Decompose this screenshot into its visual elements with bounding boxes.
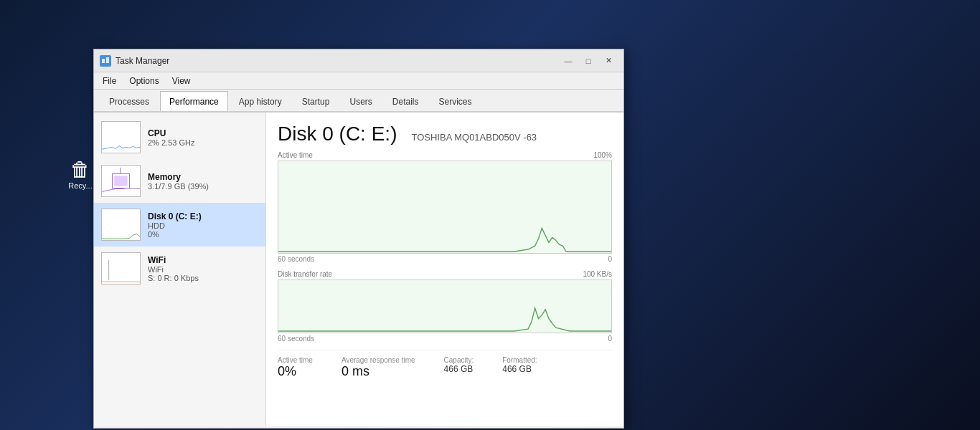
stat-capacity-label: Capacity: [444, 356, 474, 364]
tab-app-history[interactable]: App history [230, 91, 291, 111]
stat-formatted: Formatted: 466 GB [502, 356, 537, 379]
active-time-left: 60 seconds [278, 255, 314, 263]
active-time-section: Active time 100% [278, 151, 612, 263]
memory-sub: 3.1/7.9 GB (39%) [148, 182, 258, 191]
app-icon [100, 55, 111, 67]
sidebar: CPU 2% 2.53 GHz [94, 113, 266, 426]
disk-sub2: 0% [148, 230, 258, 239]
sidebar-item-disk[interactable]: Disk 0 (C: E:) HDD 0% [94, 203, 265, 247]
cpu-thumbnail [101, 121, 141, 153]
tab-details[interactable]: Details [383, 91, 428, 111]
main-content: CPU 2% 2.53 GHz [94, 113, 623, 426]
cpu-title: CPU [148, 128, 258, 138]
close-button[interactable]: ✕ [599, 54, 618, 68]
menu-options[interactable]: Options [123, 73, 164, 89]
stat-capacity: Capacity: 466 GB [444, 356, 474, 379]
stat-response-value: 0 ms [341, 364, 415, 379]
disk-title: Disk 0 (C: E:) [148, 211, 258, 221]
wifi-title: WiFi [148, 255, 258, 265]
wifi-thumbnail [101, 252, 141, 285]
cpu-sub: 2% 2.53 GHz [148, 138, 258, 147]
wifi-sub1: WiFi [148, 265, 258, 274]
sidebar-item-wifi[interactable]: WiFi WiFi S: 0 R: 0 Kbps [94, 247, 265, 290]
active-time-bottom: 60 seconds 0 [278, 255, 612, 263]
tab-users[interactable]: Users [340, 91, 381, 111]
active-time-label: Active time [278, 151, 313, 159]
stat-response-time: Average response time 0 ms [341, 356, 415, 379]
memory-title: Memory [148, 172, 258, 182]
memory-thumbnail [101, 165, 141, 197]
title-bar: Task Manager — □ ✕ [94, 49, 623, 72]
tab-performance[interactable]: Performance [160, 91, 228, 111]
panel-title: Disk 0 (C: E:) [278, 123, 397, 145]
menu-view[interactable]: View [166, 73, 197, 89]
window-title: Task Manager [116, 56, 559, 66]
transfer-right: 0 [608, 335, 612, 343]
cpu-info: CPU 2% 2.53 GHz [148, 128, 258, 147]
transfer-bottom: 60 seconds 0 [278, 335, 612, 343]
stat-active-time: Active time 0% [278, 356, 313, 379]
wifi-sub2: S: 0 R: 0 Kbps [148, 274, 258, 282]
desktop: 🗑 Recy... Task Manager — □ ✕ File Option… [0, 0, 980, 430]
stats-row: Active time 0% Average response time 0 m… [278, 350, 612, 385]
minimize-button[interactable]: — [559, 54, 578, 68]
svg-rect-1 [106, 57, 109, 63]
active-time-max: 100% [593, 151, 612, 159]
sidebar-item-memory[interactable]: Memory 3.1/7.9 GB (39%) [94, 159, 265, 203]
svg-rect-8 [102, 253, 140, 284]
disk-sub1: HDD [148, 221, 258, 230]
svg-rect-7 [102, 209, 140, 240]
tab-startup[interactable]: Startup [293, 91, 339, 111]
stat-active-time-label: Active time [278, 356, 313, 364]
transfer-rate-section: Disk transfer rate 100 KB/s [278, 270, 612, 343]
svg-rect-11 [278, 280, 611, 333]
menu-file[interactable]: File [97, 73, 122, 89]
stat-formatted-value: 466 GB [502, 364, 537, 374]
transfer-left: 60 seconds [278, 335, 314, 343]
panel-device: TOSHIBA MQ01ABD050V -63 [411, 132, 537, 145]
tab-bar: Processes Performance App history Startu… [94, 90, 623, 113]
tab-services[interactable]: Services [430, 91, 481, 111]
active-time-chart [278, 161, 612, 254]
task-manager-window: Task Manager — □ ✕ File Options View Pro… [93, 49, 624, 429]
stat-formatted-label: Formatted: [502, 356, 537, 364]
transfer-max: 100 KB/s [583, 270, 612, 278]
transfer-label-row: Disk transfer rate 100 KB/s [278, 270, 612, 278]
menu-bar: File Options View [94, 72, 623, 90]
active-time-label-row: Active time 100% [278, 151, 612, 159]
transfer-label: Disk transfer rate [278, 270, 332, 278]
disk-info: Disk 0 (C: E:) HDD 0% [148, 211, 258, 239]
wifi-info: WiFi WiFi S: 0 R: 0 Kbps [148, 255, 258, 282]
tab-processes[interactable]: Processes [100, 91, 159, 111]
window-controls: — □ ✕ [559, 54, 618, 68]
transfer-chart [278, 280, 612, 333]
active-time-right: 0 [608, 255, 612, 263]
svg-rect-0 [102, 59, 105, 63]
memory-info: Memory 3.1/7.9 GB (39%) [148, 172, 258, 191]
right-panel: Disk 0 (C: E:) TOSHIBA MQ01ABD050V -63 A… [266, 113, 623, 426]
svg-rect-10 [278, 161, 611, 253]
disk-thumbnail [101, 209, 141, 241]
svg-rect-5 [114, 176, 127, 186]
panel-header: Disk 0 (C: E:) TOSHIBA MQ01ABD050V -63 [278, 123, 612, 145]
stat-active-time-value: 0% [278, 364, 313, 379]
maximize-button[interactable]: □ [579, 54, 598, 68]
sidebar-item-cpu[interactable]: CPU 2% 2.53 GHz [94, 115, 265, 159]
stat-capacity-value: 466 GB [444, 364, 474, 374]
stat-response-label: Average response time [341, 356, 415, 364]
